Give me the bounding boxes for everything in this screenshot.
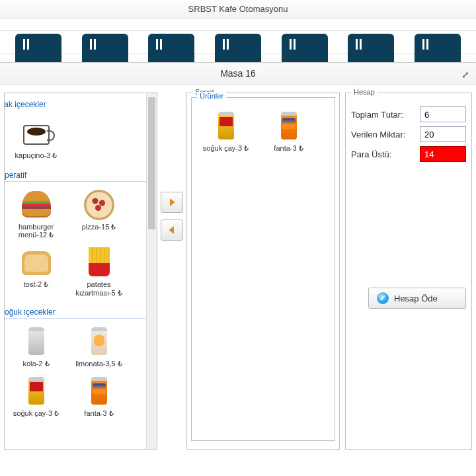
basket-item-fanta[interactable]: fanta-3 ₺ (257, 107, 320, 157)
product-limon[interactable]: limonata-3,5 ₺ (67, 323, 130, 372)
category-cold-drinks: Soğuk içecekler (4, 305, 155, 319)
fanta-can-icon (91, 377, 107, 405)
cola-can-icon (28, 327, 44, 355)
check-icon: ✓ (377, 292, 389, 304)
add-to-basket-button[interactable] (161, 192, 183, 213)
basket-panel: Sepet Ürünler soğuk çay-3 ₺ fanta-3 ₺ (186, 93, 340, 450)
order-modal: Masa 16 ⤢ Sıcak içecekler kapuçino-3 ₺ A… (0, 62, 476, 476)
product-label: kapuçino-3 ₺ (15, 151, 58, 159)
modal-titlebar: Masa 16 ⤢ (0, 63, 476, 85)
chevron-right-icon (166, 196, 178, 208)
app-title: SRBST Kafe Otomasyonu (188, 4, 288, 14)
product-icetea[interactable]: soğuk çay-3 ₺ (5, 372, 67, 422)
total-label: Toplam Tutar: (351, 110, 420, 120)
pizza-icon (84, 190, 114, 220)
product-label: pizza-15 ₺ (82, 223, 116, 231)
basket-inner: Ürünler soğuk çay-3 ₺ fanta-3 ₺ (191, 97, 335, 441)
total-row: Toplam Tutar: (351, 106, 466, 122)
modal-title-text: Masa 16 (220, 68, 256, 79)
pay-button[interactable]: ✓ Hesap Öde (368, 288, 466, 309)
given-row: Verilen Miktar: (351, 126, 466, 142)
product-label: patates kızartması-5 ₺ (75, 280, 122, 297)
basket-item-label: fanta-3 ₺ (274, 144, 303, 152)
product-cola[interactable]: kola-2 ₺ (5, 323, 67, 372)
maximize-icon[interactable]: ⤢ (461, 69, 469, 80)
hesap-legend: Hesap (351, 88, 377, 96)
product-label: hamburger menü-12 ₺ (19, 223, 54, 239)
product-label: limonata-3,5 ₺ (75, 360, 122, 368)
transfer-arrows (157, 93, 186, 466)
basket-item-icetea[interactable]: soğuk çay-3 ₺ (194, 107, 257, 157)
coffee-mug-icon (23, 125, 50, 145)
product-label: fanta-3 ₺ (84, 409, 113, 417)
burger-icon (22, 191, 51, 218)
given-label: Verilen Miktar: (351, 130, 420, 139)
chevron-left-icon (166, 224, 178, 236)
change-row: Para Üstü: (351, 146, 466, 162)
basket-item-label: soğuk çay-3 ₺ (203, 144, 249, 152)
lemonade-icon (91, 327, 107, 355)
main-toolstrip (0, 30, 476, 54)
fanta-can-icon (281, 112, 297, 139)
product-macchiato[interactable]: kapuçino-3 ₺ (5, 114, 67, 164)
app-titlebar: SRBST Kafe Otomasyonu (0, 0, 476, 19)
products-panel: Sıcak içecekler kapuçino-3 ₺ Aperatif ha… (4, 93, 157, 450)
product-label: soğuk çay-3 ₺ (13, 409, 59, 417)
category-hot-drinks: Sıcak içecekler (4, 97, 155, 110)
product-fries[interactable]: patates kızartması-5 ₺ (67, 243, 130, 301)
hesap-panel: Hesap Toplam Tutar: Verilen Miktar: Para… (345, 93, 472, 450)
product-toast[interactable]: tost-2 ₺ (5, 243, 67, 301)
total-input[interactable] (420, 106, 466, 122)
icetea-can-icon (28, 377, 44, 405)
scroll-thumb[interactable] (148, 97, 155, 229)
product-label: tost-2 ₺ (24, 280, 49, 288)
pay-button-label: Hesap Öde (394, 294, 438, 303)
fries-icon (86, 247, 112, 276)
product-label: kola-2 ₺ (22, 360, 49, 368)
toast-icon (22, 251, 51, 275)
remove-from-basket-button[interactable] (161, 219, 183, 241)
change-input[interactable] (420, 146, 466, 162)
change-label: Para Üstü: (351, 149, 420, 159)
icetea-can-icon (218, 112, 234, 139)
products-scrollbar[interactable] (146, 93, 157, 449)
given-input[interactable] (420, 126, 466, 142)
basket-sublegend: Ürünler (197, 92, 226, 100)
category-aperatif: Aperatif (4, 168, 155, 182)
product-fanta[interactable]: fanta-3 ₺ (67, 372, 130, 422)
product-burger[interactable]: hamburger menü-12 ₺ (5, 186, 67, 243)
product-pizza[interactable]: pizza-15 ₺ (67, 186, 130, 243)
